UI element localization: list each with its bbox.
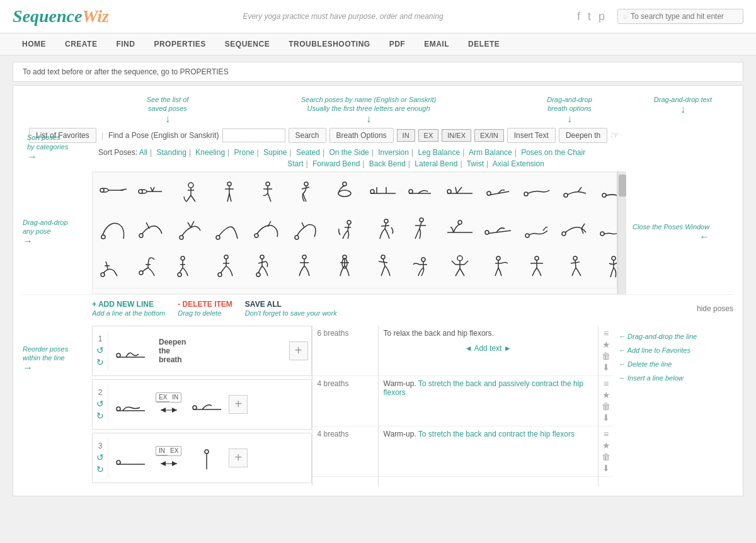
pose-21[interactable]	[326, 212, 364, 246]
up-arrow-2[interactable]: ↺	[96, 399, 104, 409]
pose-42[interactable]	[595, 249, 617, 283]
pinterest-icon[interactable]: p	[598, 10, 605, 23]
pose-33[interactable]	[249, 249, 287, 283]
pose-29[interactable]	[95, 249, 133, 283]
insert-icon-3[interactable]: ⬇	[602, 464, 610, 472]
nav-sequence[interactable]: SEQUENCE	[215, 33, 279, 55]
pose-39[interactable]	[479, 249, 517, 283]
star-icon-1[interactable]: ★	[602, 340, 610, 349]
pose-5[interactable]	[249, 174, 287, 209]
pose-12[interactable]	[518, 174, 556, 209]
pose-25[interactable]	[479, 212, 517, 246]
pose-22[interactable]	[364, 212, 402, 246]
pose-scrollbar[interactable]	[617, 171, 626, 294]
down-arrow-2[interactable]: ↻	[96, 411, 104, 421]
pose-32[interactable]	[210, 249, 248, 283]
pose-9[interactable]	[403, 174, 440, 209]
add-pose-1[interactable]: +	[289, 341, 308, 360]
search-header[interactable]: ⌕	[617, 9, 743, 24]
trash-icon-2[interactable]: 🗑	[602, 402, 610, 411]
pose-3[interactable]	[172, 174, 210, 209]
pose-8[interactable]	[364, 174, 402, 209]
sort-seated[interactable]: Seated	[296, 148, 320, 157]
nav-email[interactable]: EMAIL	[415, 33, 459, 55]
add-text-1[interactable]: ◄ Add text ►	[465, 344, 512, 353]
pose-19[interactable]	[249, 212, 287, 246]
trash-icon-3[interactable]: 🗑	[602, 452, 610, 461]
insert-text-button[interactable]: Insert Text	[507, 128, 556, 143]
cat-back[interactable]: Back Bend	[369, 159, 406, 168]
nav-properties[interactable]: PROPERTIES	[144, 33, 215, 55]
nav-troubleshooting[interactable]: TROUBLESHOOTING	[279, 33, 380, 55]
pose-35[interactable]	[326, 249, 364, 283]
cat-start[interactable]: Start	[287, 159, 303, 168]
twitter-icon[interactable]: t	[588, 10, 591, 23]
sort-legbalance[interactable]: Leg Balance	[418, 148, 460, 157]
sort-prone[interactable]: Prone	[234, 148, 255, 157]
pose-11[interactable]	[479, 174, 517, 209]
pose-14[interactable]	[595, 174, 617, 209]
pose-17[interactable]	[172, 212, 210, 246]
cat-twist[interactable]: Twist	[467, 159, 484, 168]
up-arrow-1[interactable]: ↺	[96, 345, 104, 355]
sort-inversion[interactable]: Inversion	[378, 148, 409, 157]
sort-kneeling[interactable]: Kneeling	[195, 148, 225, 157]
pose-30[interactable]	[134, 249, 171, 283]
hide-poses-button[interactable]: hide poses	[697, 304, 733, 313]
save-all-button[interactable]: SAVE ALL	[245, 300, 282, 309]
drag-handle-icon-3[interactable]: ≡	[604, 430, 609, 438]
pose-4[interactable]	[210, 174, 248, 209]
pose-10[interactable]	[441, 174, 479, 209]
inex-button[interactable]: IN/EX	[442, 129, 471, 142]
deepen-button[interactable]: Deepen th	[559, 128, 607, 143]
add-pose-3[interactable]: +	[229, 449, 248, 467]
scrollbar-thumb[interactable]	[619, 174, 626, 197]
pose-13[interactable]	[556, 174, 594, 209]
down-arrow-3[interactable]: ↻	[96, 464, 104, 474]
pose-41[interactable]	[556, 249, 594, 283]
sort-armbalance[interactable]: Arm Balance	[469, 148, 512, 157]
pose-7[interactable]	[326, 174, 364, 209]
nav-delete[interactable]: DELETE	[459, 33, 509, 55]
pose-6[interactable]	[287, 174, 325, 209]
up-arrow-3[interactable]: ↺	[96, 452, 104, 462]
nav-pdf[interactable]: PDF	[380, 33, 415, 55]
cat-forward[interactable]: Forward Bend	[312, 159, 360, 168]
pose-37[interactable]	[403, 249, 440, 283]
pose-20[interactable]	[287, 212, 325, 246]
breath-options-button[interactable]: Breath Options	[329, 128, 394, 143]
drag-handle-icon-1[interactable]: ≡	[604, 329, 609, 338]
pose-16[interactable]	[134, 212, 171, 246]
insert-icon-2[interactable]: ⬇	[602, 413, 610, 422]
sort-supine[interactable]: Supine	[263, 148, 287, 157]
nav-home[interactable]: HOME	[13, 33, 55, 55]
ex-button[interactable]: EX	[418, 129, 439, 142]
pose-26[interactable]	[518, 212, 556, 246]
pose-24[interactable]	[441, 212, 479, 246]
trash-icon-1[interactable]: 🗑	[602, 352, 610, 360]
nav-create[interactable]: CREATE	[55, 33, 106, 55]
add-line-button[interactable]: + ADD NEW LINE	[92, 300, 154, 309]
facebook-icon[interactable]: f	[577, 10, 580, 23]
pose-27[interactable]	[556, 212, 594, 246]
pose-23[interactable]	[403, 212, 440, 246]
pose-34[interactable]	[287, 249, 325, 283]
drag-handle-icon-2[interactable]: ≡	[604, 379, 609, 388]
exin-button[interactable]: EX/IN	[474, 129, 504, 142]
insert-icon-1[interactable]: ⬇	[602, 363, 610, 372]
star-icon-3[interactable]: ★	[602, 441, 610, 450]
search-button[interactable]: Search	[289, 128, 326, 143]
cat-axial[interactable]: Axial Extension	[493, 159, 544, 168]
add-pose-2[interactable]: +	[229, 395, 248, 414]
pose-2[interactable]	[134, 174, 171, 209]
pose-search-input[interactable]	[222, 129, 285, 142]
pose-36[interactable]	[364, 249, 402, 283]
pose-40[interactable]	[518, 249, 556, 283]
down-arrow-1[interactable]: ↻	[96, 357, 104, 367]
nav-find[interactable]: FIND	[106, 33, 144, 55]
star-icon-2[interactable]: ★	[602, 391, 610, 399]
cat-lateral[interactable]: Lateral Bend	[415, 159, 457, 168]
sort-standing[interactable]: Standing	[157, 148, 186, 157]
pose-15[interactable]	[95, 212, 133, 246]
pose-38[interactable]	[441, 249, 479, 283]
